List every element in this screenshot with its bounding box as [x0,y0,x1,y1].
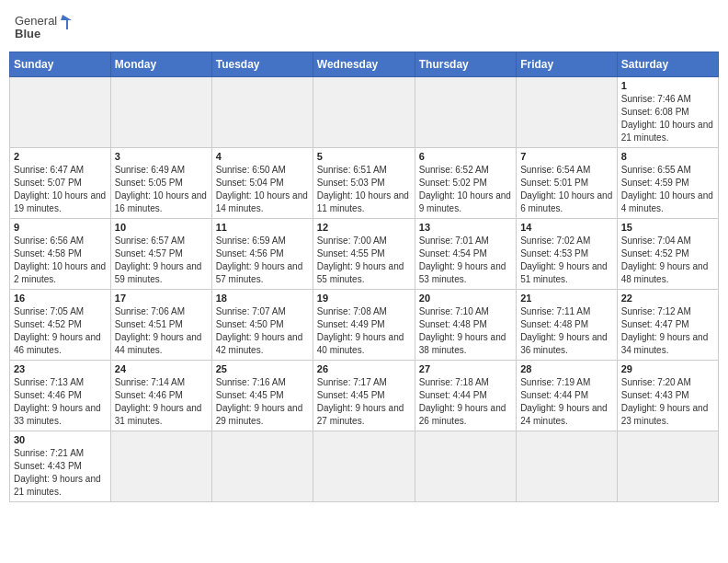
day-info: Sunrise: 7:20 AM Sunset: 4:43 PM Dayligh… [621,376,714,428]
day-number: 20 [419,293,512,304]
day-cell: 5Sunrise: 6:51 AM Sunset: 5:03 PM Daylig… [313,148,415,219]
week-row-3: 16Sunrise: 7:05 AM Sunset: 4:52 PM Dayli… [10,290,719,361]
day-number: 21 [520,293,613,304]
calendar: SundayMondayTuesdayWednesdayThursdayFrid… [9,52,719,502]
day-info: Sunrise: 6:54 AM Sunset: 5:01 PM Dayligh… [520,164,613,215]
header: GeneralBlue [9,9,719,44]
day-number: 29 [621,363,714,374]
day-number: 26 [317,363,411,374]
day-cell: 16Sunrise: 7:05 AM Sunset: 4:52 PM Dayli… [10,290,111,361]
week-row-5: 30Sunrise: 7:21 AM Sunset: 4:43 PM Dayli… [10,431,719,502]
day-info: Sunrise: 7:17 AM Sunset: 4:45 PM Dayligh… [317,376,411,428]
day-number: 6 [419,151,512,162]
day-cell: 7Sunrise: 6:54 AM Sunset: 5:01 PM Daylig… [517,148,618,219]
day-info: Sunrise: 7:21 AM Sunset: 4:43 PM Dayligh… [14,447,107,499]
day-cell [110,431,211,502]
day-cell: 26Sunrise: 7:17 AM Sunset: 4:45 PM Dayli… [313,361,415,431]
day-number: 18 [216,293,309,304]
day-info: Sunrise: 7:00 AM Sunset: 4:55 PM Dayligh… [317,235,411,286]
day-cell: 1Sunrise: 7:46 AM Sunset: 6:08 PM Daylig… [617,77,718,148]
day-number: 25 [216,363,309,374]
day-cell: 12Sunrise: 7:00 AM Sunset: 4:55 PM Dayli… [313,219,415,290]
week-row-2: 9Sunrise: 6:56 AM Sunset: 4:58 PM Daylig… [10,219,719,290]
day-info: Sunrise: 7:46 AM Sunset: 6:08 PM Dayligh… [621,93,714,144]
col-header-friday: Friday [517,52,618,77]
calendar-header-row: SundayMondayTuesdayWednesdayThursdayFrid… [10,52,719,77]
week-row-1: 2Sunrise: 6:47 AM Sunset: 5:07 PM Daylig… [10,148,719,219]
day-info: Sunrise: 6:52 AM Sunset: 5:02 PM Dayligh… [419,164,512,215]
day-cell: 11Sunrise: 6:59 AM Sunset: 4:56 PM Dayli… [211,219,313,290]
day-cell: 25Sunrise: 7:16 AM Sunset: 4:45 PM Dayli… [211,361,313,431]
day-cell: 20Sunrise: 7:10 AM Sunset: 4:48 PM Dayli… [415,290,516,361]
day-cell [211,77,313,148]
day-info: Sunrise: 7:13 AM Sunset: 4:46 PM Dayligh… [14,376,107,428]
day-number: 22 [621,293,714,304]
day-cell: 4Sunrise: 6:50 AM Sunset: 5:04 PM Daylig… [211,148,313,219]
day-info: Sunrise: 7:18 AM Sunset: 4:44 PM Dayligh… [419,376,512,428]
day-number: 19 [317,293,411,304]
svg-marker-2 [61,15,72,29]
day-number: 4 [216,151,309,162]
day-info: Sunrise: 7:05 AM Sunset: 4:52 PM Dayligh… [14,305,107,357]
svg-text:Blue: Blue [15,27,40,40]
day-info: Sunrise: 7:07 AM Sunset: 4:50 PM Dayligh… [216,305,309,357]
day-cell: 29Sunrise: 7:20 AM Sunset: 4:43 PM Dayli… [617,361,718,431]
day-cell [110,77,211,148]
day-info: Sunrise: 6:56 AM Sunset: 4:58 PM Dayligh… [14,235,107,286]
day-number: 28 [520,363,613,374]
day-info: Sunrise: 7:10 AM Sunset: 4:48 PM Dayligh… [419,305,512,357]
day-info: Sunrise: 7:01 AM Sunset: 4:54 PM Dayligh… [419,235,512,286]
day-number: 30 [14,434,107,445]
day-number: 12 [317,222,411,233]
day-cell [415,431,516,502]
day-info: Sunrise: 6:50 AM Sunset: 5:04 PM Dayligh… [216,164,309,215]
day-number: 11 [216,222,309,233]
col-header-thursday: Thursday [415,52,516,77]
col-header-sunday: Sunday [10,52,111,77]
day-cell: 23Sunrise: 7:13 AM Sunset: 4:46 PM Dayli… [10,361,111,431]
day-number: 24 [115,363,208,374]
day-cell: 19Sunrise: 7:08 AM Sunset: 4:49 PM Dayli… [313,290,415,361]
day-info: Sunrise: 7:06 AM Sunset: 4:51 PM Dayligh… [115,305,208,357]
day-info: Sunrise: 7:16 AM Sunset: 4:45 PM Dayligh… [216,376,309,428]
day-cell [617,431,718,502]
day-number: 17 [115,293,208,304]
day-cell [517,77,618,148]
col-header-tuesday: Tuesday [211,52,313,77]
page: GeneralBlue SundayMondayTuesdayWednesday… [0,0,728,511]
week-row-0: 1Sunrise: 7:46 AM Sunset: 6:08 PM Daylig… [10,77,719,148]
day-info: Sunrise: 6:55 AM Sunset: 4:59 PM Dayligh… [621,164,714,215]
day-info: Sunrise: 7:19 AM Sunset: 4:44 PM Dayligh… [520,376,613,428]
col-header-monday: Monday [110,52,211,77]
day-number: 15 [621,222,714,233]
day-number: 7 [520,151,613,162]
day-info: Sunrise: 6:47 AM Sunset: 5:07 PM Dayligh… [14,164,107,215]
day-cell: 17Sunrise: 7:06 AM Sunset: 4:51 PM Dayli… [110,290,211,361]
day-cell [517,431,618,502]
day-cell [313,431,415,502]
logo: GeneralBlue [15,13,81,40]
generalblue-logo-icon: GeneralBlue [15,13,81,40]
day-info: Sunrise: 6:57 AM Sunset: 4:57 PM Dayligh… [115,235,208,286]
day-cell: 28Sunrise: 7:19 AM Sunset: 4:44 PM Dayli… [517,361,618,431]
day-number: 27 [419,363,512,374]
day-cell: 30Sunrise: 7:21 AM Sunset: 4:43 PM Dayli… [10,431,111,502]
day-number: 23 [14,363,107,374]
day-cell: 21Sunrise: 7:11 AM Sunset: 4:48 PM Dayli… [517,290,618,361]
day-cell [211,431,313,502]
day-cell: 8Sunrise: 6:55 AM Sunset: 4:59 PM Daylig… [617,148,718,219]
day-cell: 22Sunrise: 7:12 AM Sunset: 4:47 PM Dayli… [617,290,718,361]
day-number: 8 [621,151,714,162]
col-header-saturday: Saturday [617,52,718,77]
day-info: Sunrise: 6:49 AM Sunset: 5:05 PM Dayligh… [115,164,208,215]
day-cell [415,77,516,148]
day-info: Sunrise: 7:11 AM Sunset: 4:48 PM Dayligh… [520,305,613,357]
day-cell: 13Sunrise: 7:01 AM Sunset: 4:54 PM Dayli… [415,219,516,290]
day-number: 2 [14,151,107,162]
day-cell: 27Sunrise: 7:18 AM Sunset: 4:44 PM Dayli… [415,361,516,431]
day-cell [313,77,415,148]
day-cell: 24Sunrise: 7:14 AM Sunset: 4:46 PM Dayli… [110,361,211,431]
day-cell: 15Sunrise: 7:04 AM Sunset: 4:52 PM Dayli… [617,219,718,290]
day-number: 9 [14,222,107,233]
day-info: Sunrise: 7:02 AM Sunset: 4:53 PM Dayligh… [520,235,613,286]
